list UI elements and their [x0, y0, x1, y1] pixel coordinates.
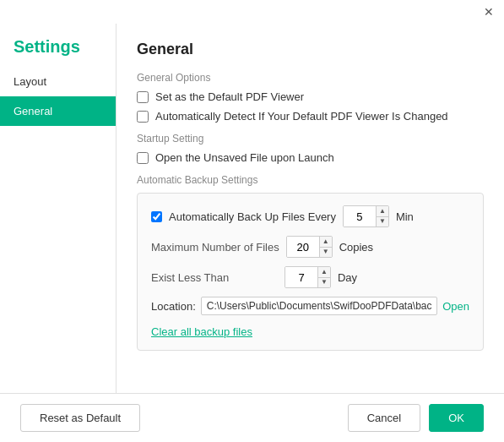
- title-bar: ✕: [0, 0, 504, 24]
- exist-less-input[interactable]: [285, 267, 317, 287]
- exist-less-spinbox: ▲ ▼: [285, 266, 331, 288]
- default-pdf-viewer-label: Set as the Default PDF Viewer: [155, 90, 304, 103]
- max-files-row: Maximum Number of Files ▲ ▼ Copies: [151, 236, 469, 258]
- content-area: Settings Layout General General General …: [0, 24, 504, 393]
- section-title: General: [137, 41, 484, 58]
- sidebar-item-general[interactable]: General: [0, 96, 116, 126]
- location-label: Location:: [151, 300, 196, 313]
- open-link[interactable]: Open: [442, 300, 469, 313]
- open-unsaved-row: Open the Unsaved File upon Launch: [137, 151, 484, 164]
- exist-less-up[interactable]: ▲: [318, 267, 330, 277]
- default-pdf-viewer-row: Set as the Default PDF Viewer: [137, 90, 484, 103]
- backup-box: Automatically Back Up Files Every ▲ ▼ Mi…: [137, 193, 484, 351]
- cancel-button[interactable]: Cancel: [348, 404, 420, 432]
- clear-backup-link[interactable]: Clear all backup files: [151, 325, 252, 338]
- default-pdf-viewer-checkbox[interactable]: [137, 91, 149, 103]
- max-files-input[interactable]: [287, 237, 319, 257]
- auto-detect-label: Automatically Detect If Your Default PDF…: [155, 110, 448, 123]
- close-button[interactable]: ✕: [480, 3, 497, 20]
- startup-label: Startup Setting: [137, 133, 484, 145]
- auto-backup-checkbox[interactable]: [151, 211, 162, 222]
- location-row: Location: Open: [151, 297, 469, 315]
- sidebar-title: Settings: [0, 24, 116, 67]
- location-input[interactable]: [201, 297, 437, 315]
- max-files-unit: Copies: [339, 241, 373, 254]
- backup-interval-spinbox: ▲ ▼: [343, 205, 389, 227]
- backup-label: Automatic Backup Settings: [137, 174, 484, 186]
- exist-less-row: Exist Less Than ▲ ▼ Day: [151, 266, 469, 288]
- exist-less-unit: Day: [338, 271, 357, 284]
- settings-dialog: ✕ Settings Layout General General Genera…: [0, 0, 504, 442]
- open-unsaved-label: Open the Unsaved File upon Launch: [155, 151, 334, 164]
- exist-less-label: Exist Less Than: [151, 271, 278, 284]
- max-files-label: Maximum Number of Files: [151, 241, 279, 254]
- open-unsaved-checkbox[interactable]: [137, 152, 149, 164]
- sidebar-item-layout[interactable]: Layout: [0, 67, 116, 96]
- auto-detect-checkbox[interactable]: [137, 111, 149, 123]
- general-options-label: General Options: [137, 72, 484, 84]
- backup-interval-down[interactable]: ▼: [377, 216, 388, 227]
- footer: Reset as Default Cancel OK: [0, 393, 504, 442]
- sidebar: Settings Layout General: [0, 24, 117, 393]
- ok-button[interactable]: OK: [429, 404, 484, 432]
- backup-interval-up[interactable]: ▲: [377, 206, 388, 216]
- auto-backup-row: Automatically Back Up Files Every ▲ ▼ Mi…: [151, 205, 469, 227]
- backup-interval-spinbox-btns: ▲ ▼: [376, 206, 388, 226]
- max-files-spinbox-btns: ▲ ▼: [319, 237, 332, 257]
- auto-backup-label: Automatically Back Up Files Every: [169, 210, 336, 223]
- auto-detect-row: Automatically Detect If Your Default PDF…: [137, 110, 484, 123]
- reset-button[interactable]: Reset as Default: [20, 404, 140, 432]
- exist-less-down[interactable]: ▼: [318, 277, 330, 288]
- backup-interval-unit: Min: [396, 210, 414, 223]
- backup-interval-input[interactable]: [344, 206, 376, 226]
- exist-less-spinbox-btns: ▲ ▼: [317, 267, 330, 287]
- max-files-spinbox: ▲ ▼: [286, 236, 333, 258]
- main-panel: General General Options Set as the Defau…: [117, 24, 504, 393]
- footer-left: Reset as Default: [20, 404, 339, 432]
- max-files-down[interactable]: ▼: [320, 247, 332, 258]
- max-files-up[interactable]: ▲: [320, 237, 332, 247]
